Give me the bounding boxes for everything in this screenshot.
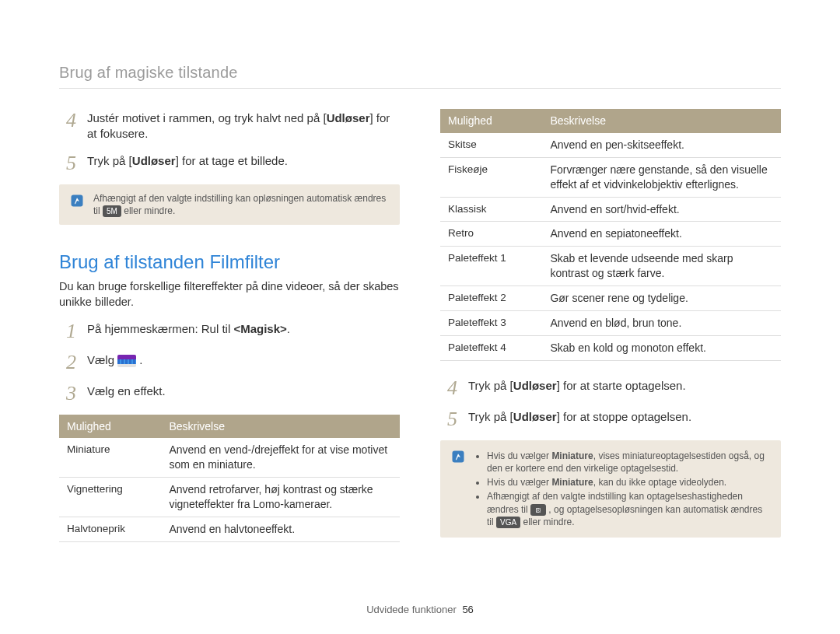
instruction-step: 5Tryk på [Udløser] for at tage et billed… [59,153,400,173]
table-cell: Paleteffekt 4 [440,335,542,360]
table-head-description: Beskrivelse [161,415,400,439]
table-cell: Vignettering [59,478,161,517]
table-row: SkitseAnvend en pen-skitseeffekt. [440,133,781,157]
step-text: På hjemmeskærmen: Rul til <Magisk>. [87,321,400,342]
section-title: Brug af tilstanden Filmfilter [59,250,400,275]
table-row: KlassiskAnvend en sort/hvid-effekt. [440,197,781,222]
table-cell: Paleteffekt 2 [440,286,542,311]
table-cell: Anvend en vend-/drejeffekt for at vise m… [161,438,400,477]
table-head-description: Beskrivelse [542,109,781,133]
note-list-item: Hvis du vælger Miniature, kan du ikke op… [487,476,768,489]
table-cell: Skitse [440,133,542,157]
table-cell: Anvend en blød, brun tone. [542,311,781,336]
table-cell: Forvrænger nære genstande, så den visuel… [542,157,781,197]
section-description: Du kan bruge forskellige filtereffekter … [59,279,400,310]
table-cell: Anvend en sort/hvid-effekt. [542,197,781,222]
step-text: Vælg en effekt. [87,384,400,404]
right-column: Mulighed Beskrivelse SkitseAnvend en pen… [440,103,781,559]
step-number: 2 [59,352,76,373]
manual-page: Brug af magiske tilstande 4Justér motive… [0,0,840,634]
vga-badge: VGA [496,517,520,528]
table-row: Paleteffekt 2Gør scener rene og tydelige… [440,286,781,311]
options-table-right: Mulighed Beskrivelse SkitseAnvend en pen… [440,109,781,361]
note-list-item: Hvis du vælger Miniature, vises miniatur… [487,450,768,475]
note-icon [450,450,467,464]
instruction-step: 2Vælg . [59,352,400,373]
table-cell: Klassisk [440,197,542,222]
step-number: 5 [440,409,457,429]
table-cell: Fiskeøje [440,157,542,197]
table-cell: Retro [440,222,542,247]
instruction-step: 4Tryk på [Udløser] for at starte optagel… [440,378,781,398]
footer-chapter: Udvidede funktioner [366,604,457,615]
divider [59,88,781,89]
step-text: Tryk på [Udløser] for at stoppe optagels… [468,409,781,429]
table-row: Paleteffekt 1Skab et levende udseende me… [440,247,781,286]
page-footer: Udvidede funktioner 56 [0,603,840,617]
table-cell: Skab en kold og monoton effekt. [542,335,781,360]
step-text: Tryk på [Udløser] for at tage et billede… [87,153,400,173]
table-head-option: Mulighed [59,415,161,439]
table-cell: Gør scener rene og tydelige. [542,286,781,311]
step-text: Tryk på [Udløser] for at starte optagels… [468,378,781,398]
section-breadcrumb: Brug af magiske tilstande [59,62,781,83]
table-row: VignetteringAnvend retrofarver, høj kont… [59,478,400,517]
filmfilter-mode-icon [117,355,136,367]
step-number: 4 [440,378,457,398]
note-box: Hvis du vælger Miniature, vises miniatur… [440,440,781,538]
step-number: 4 [59,110,76,142]
table-row: HalvtoneprikAnvend en halvtoneeffekt. [59,517,400,541]
table-cell: Paleteffekt 1 [440,247,542,286]
step-text: Vælg . [87,352,400,373]
table-row: FiskeøjeForvrænger nære genstande, så de… [440,157,781,197]
table-cell: Skab et levende udseende med skarp kontr… [542,247,781,286]
table-cell: Anvend retrofarver, høj kontrast og stær… [161,478,400,517]
table-cell: Miniature [59,438,161,477]
table-row: Paleteffekt 4Skab en kold og monoton eff… [440,335,781,360]
step-text: Justér motivet i rammen, og tryk halvt n… [87,110,400,142]
step-number: 5 [59,153,76,173]
table-head-option: Mulighed [440,109,542,133]
note-list-item: Afhængigt af den valgte indstilling kan … [487,490,768,528]
page-number: 56 [462,604,473,615]
note-box: Afhængigt af den valgte indstilling kan … [59,184,400,226]
table-row: RetroAnvend en sepiatoneeffekt. [440,222,781,247]
table-cell: Anvend en sepiatoneeffekt. [542,222,781,247]
instruction-step: 1På hjemmeskærmen: Rul til <Magisk>. [59,321,400,342]
note-text: Afhængigt af den valgte indstilling kan … [93,192,387,218]
table-cell: Paleteffekt 3 [440,311,542,336]
note-list: Hvis du vælger Miniature, vises miniatur… [474,448,768,530]
step-number: 1 [59,321,76,342]
table-cell: Anvend en pen-skitseeffekt. [542,133,781,157]
table-row: MiniatureAnvend en vend-/drejeffekt for … [59,438,400,477]
resolution-badge: 5M [103,205,121,217]
table-cell: Anvend en halvtoneeffekt. [161,517,400,541]
step-number: 3 [59,384,76,404]
table-row: Paleteffekt 3Anvend en blød, brun tone. [440,311,781,336]
table-cell: Halvtoneprik [59,517,161,541]
options-table-left: Mulighed Beskrivelse MiniatureAnvend en … [59,415,400,542]
instruction-step: 5Tryk på [Udløser] for at stoppe optagel… [440,409,781,429]
instruction-step: 3Vælg en effekt. [59,384,400,404]
left-column: 4Justér motivet i rammen, og tryk halvt … [59,103,400,559]
instruction-step: 4Justér motivet i rammen, og tryk halvt … [59,110,400,142]
fps-badge: ⦻ [530,504,546,516]
note-icon [68,194,86,208]
